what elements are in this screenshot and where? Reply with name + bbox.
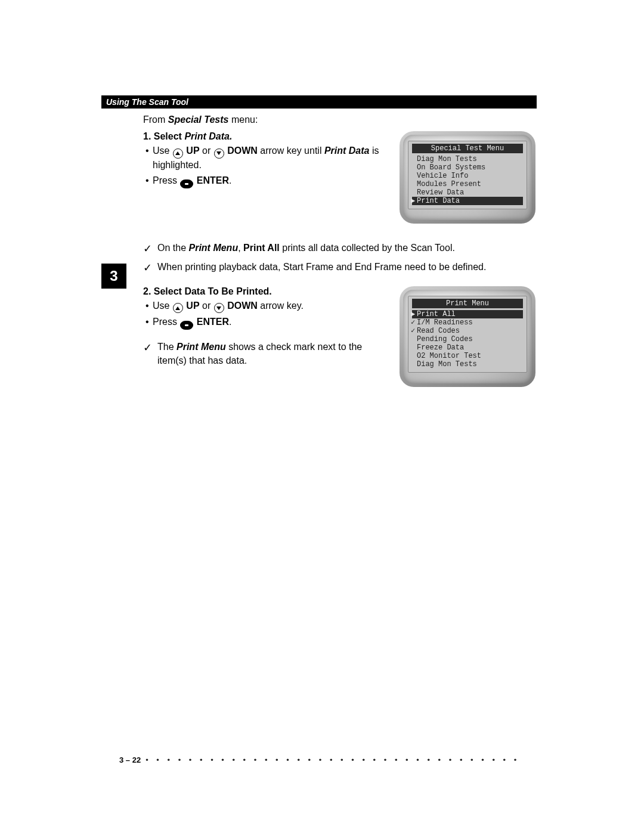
b: Print All bbox=[243, 243, 280, 253]
intro-line: From Special Tests menu: bbox=[143, 114, 537, 125]
l: On Board Systems bbox=[417, 163, 485, 172]
cursor-icon: ▶ bbox=[411, 310, 415, 318]
screen1-line-1: On Board Systems bbox=[408, 163, 527, 172]
step-1-text: 1. Select Print Data. Use UP or DOWN arr… bbox=[143, 131, 400, 192]
step-2-sub-2: Press ENTER. bbox=[153, 315, 389, 330]
enter-label: ENTER bbox=[197, 175, 229, 185]
note-2: When printing playback data, Start Frame… bbox=[143, 261, 537, 274]
chapter-tab: 3 bbox=[101, 264, 126, 289]
screen1-line-3: Modules Present bbox=[408, 180, 527, 188]
screen2-line-5: O2 Monitor Test bbox=[408, 352, 527, 360]
t: Press bbox=[153, 175, 179, 185]
target-name: Print Data bbox=[324, 145, 370, 156]
b: Print Menu bbox=[177, 342, 226, 352]
enter-label: ENTER bbox=[197, 317, 229, 327]
l: Review Data bbox=[417, 188, 464, 197]
step-1-sub-2: Press ENTER. bbox=[153, 174, 389, 188]
t: Use bbox=[153, 145, 172, 156]
device-2-inner: Print Menu ▶Print All ✓I/M Readiness ✓Re… bbox=[403, 290, 532, 383]
screen2-line-6: Diag Mon Tests bbox=[408, 360, 527, 368]
enter-icon bbox=[180, 179, 193, 188]
screen-1: Special Test Menu Diag Mon Tests On Boar… bbox=[408, 141, 527, 209]
t: The bbox=[157, 342, 177, 352]
intro-post: menu: bbox=[228, 114, 258, 125]
intro-menu-name: Special Tests bbox=[168, 114, 229, 125]
step-1-row: 1. Select Print Data. Use UP or DOWN arr… bbox=[143, 131, 537, 224]
device-1-inner: Special Test Menu Diag Mon Tests On Boar… bbox=[403, 135, 532, 220]
up-arrow-icon bbox=[173, 303, 183, 313]
down-arrow-icon bbox=[214, 303, 224, 313]
step-1-number: 1. bbox=[143, 131, 151, 141]
l: Freeze Data bbox=[417, 343, 464, 352]
screen-2-title: Print Menu bbox=[412, 299, 523, 308]
step-1-label-plain: Select bbox=[154, 131, 185, 141]
note-1: On the Print Menu, Print All prints all … bbox=[143, 241, 537, 255]
screen1-line-4: Review Data bbox=[408, 188, 527, 197]
up-arrow-icon bbox=[173, 148, 183, 159]
down-label: DOWN bbox=[227, 301, 258, 311]
screen1-line-2: Vehicle Info bbox=[408, 172, 527, 180]
footer-dots: • • • • • • • • • • • • • • • • • • • • … bbox=[145, 755, 525, 764]
t: or bbox=[202, 301, 213, 311]
page-number: 3 – 22 bbox=[119, 755, 141, 764]
device-1: Special Test Menu Diag Mon Tests On Boar… bbox=[400, 131, 535, 224]
screen2-line-4: Freeze Data bbox=[408, 343, 527, 352]
section-header: Using The Scan Tool bbox=[101, 95, 537, 109]
b: Print Menu bbox=[188, 243, 238, 253]
t: On the bbox=[157, 243, 188, 253]
step-2: 2. Select Data To Be Printed. Use UP or … bbox=[143, 286, 389, 330]
l: Print All bbox=[417, 310, 456, 318]
step-2-row: 2. Select Data To Be Printed. Use UP or … bbox=[143, 286, 537, 387]
t: Use bbox=[153, 301, 172, 311]
up-label: UP bbox=[186, 145, 199, 156]
cursor-icon: ▶ bbox=[411, 197, 415, 205]
t: , bbox=[238, 243, 243, 253]
screen1-line-0: Diag Mon Tests bbox=[408, 155, 527, 163]
l: Read Codes bbox=[417, 327, 460, 335]
step-2-number: 2. bbox=[143, 286, 151, 296]
enter-icon bbox=[180, 321, 193, 330]
step-1-label-italic: Print Data. bbox=[184, 131, 232, 141]
t: Press bbox=[153, 317, 179, 327]
l: Modules Present bbox=[417, 180, 481, 188]
screen-1-title: Special Test Menu bbox=[412, 144, 523, 153]
t: or bbox=[202, 145, 213, 156]
t: arrow key. bbox=[260, 301, 304, 311]
l: O2 Monitor Test bbox=[417, 352, 481, 360]
page: Using The Scan Tool 3 From Special Tests… bbox=[0, 0, 644, 833]
check-icon: ✓ bbox=[411, 318, 415, 327]
footer: 3 – 22 • • • • • • • • • • • • • • • • •… bbox=[119, 755, 525, 764]
screen1-line-5: ▶Print Data bbox=[412, 197, 523, 205]
down-arrow-icon bbox=[214, 148, 224, 159]
t: When printing playback data, Start Frame… bbox=[157, 262, 486, 272]
step-2-text: 2. Select Data To Be Printed. Use UP or … bbox=[143, 286, 400, 373]
screen2-line-1: ✓I/M Readiness bbox=[408, 318, 527, 327]
l: Diag Mon Tests bbox=[417, 360, 477, 368]
l: Pending Codes bbox=[417, 335, 473, 343]
t: . bbox=[229, 317, 231, 327]
check-icon: ✓ bbox=[411, 327, 415, 335]
l: Diag Mon Tests bbox=[417, 155, 477, 163]
t: . bbox=[229, 175, 231, 185]
screen2-line-3: Pending Codes bbox=[408, 335, 527, 343]
step-2-label: Select Data To Be Printed. bbox=[154, 286, 272, 296]
step-1-sub-1: Use UP or DOWN arrow key until Print Dat… bbox=[153, 144, 389, 172]
device-2-wrap: Print Menu ▶Print All ✓I/M Readiness ✓Re… bbox=[400, 286, 537, 387]
screen2-line-2: ✓Read Codes bbox=[408, 327, 527, 335]
up-label: UP bbox=[186, 301, 199, 311]
device-2: Print Menu ▶Print All ✓I/M Readiness ✓Re… bbox=[400, 286, 535, 387]
l: Vehicle Info bbox=[417, 172, 468, 180]
l: I/M Readiness bbox=[417, 318, 473, 327]
step-1: 1. Select Print Data. Use UP or DOWN arr… bbox=[143, 131, 389, 188]
step-2-sub-1: Use UP or DOWN arrow key. bbox=[153, 299, 389, 314]
t: arrow key until bbox=[260, 145, 324, 156]
intro-pre: From bbox=[143, 114, 168, 125]
device-1-wrap: Special Test Menu Diag Mon Tests On Boar… bbox=[400, 131, 537, 224]
down-label: DOWN bbox=[227, 145, 258, 156]
note-3: The Print Menu shows a check mark next t… bbox=[143, 340, 389, 367]
content-area: From Special Tests menu: 1. Select Print… bbox=[143, 114, 537, 387]
screen-2: Print Menu ▶Print All ✓I/M Readiness ✓Re… bbox=[408, 296, 527, 373]
t: prints all data collected by the Scan To… bbox=[280, 243, 455, 253]
screen2-line-0: ▶Print All bbox=[412, 310, 523, 318]
l: Print Data bbox=[417, 197, 460, 205]
